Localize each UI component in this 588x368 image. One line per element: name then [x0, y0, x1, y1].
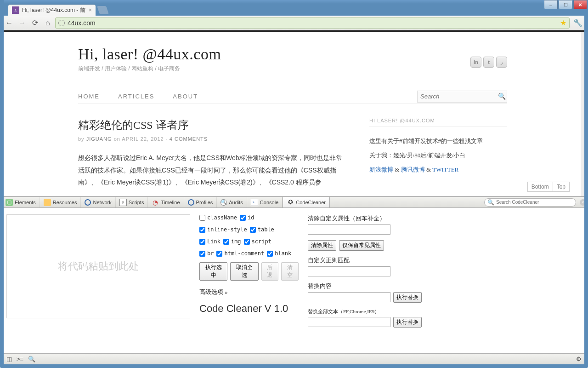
scroll-top-button[interactable]: Top [553, 182, 570, 192]
tab-elements[interactable]: ▢Elements [2, 197, 40, 207]
window-close-button[interactable] [573, 0, 587, 9]
scroll-up-arrow[interactable]: ▲ [582, 33, 587, 38]
site-search[interactable]: 🔍 [417, 91, 507, 103]
article-meta: by JIGUANG on APRIL 22, 2012 · 4 COMMENT… [78, 136, 346, 142]
article-author[interactable]: JIGUANG [86, 136, 112, 142]
check-script[interactable]: script [244, 238, 271, 245]
clear-button[interactable]: 清空 [281, 262, 299, 281]
devtools-statusbar: ◫ >≡ 🔍 ⚙ [4, 353, 584, 364]
sidebar-line2: 关于我：姬光/男/80后/前端开发/小白 [369, 148, 507, 162]
elements-icon: ▢ [6, 199, 13, 206]
profiles-icon [188, 199, 194, 206]
sidebar-links: 新浪微博 & 腾讯微博 & TWITTER [369, 162, 507, 177]
tab-title: Hi, laser! @44ux.com - 前 [22, 6, 85, 14]
browser-toolbar: ← → ⟳ ⌂ 44ux.com ★ 🔧 [0, 16, 588, 30]
nav-articles[interactable]: ARTICLES [118, 93, 154, 100]
devtools-toolbar: ▢Elements Resources Network jsScripts ◔T… [0, 197, 588, 208]
tab-network[interactable]: Network [81, 197, 115, 207]
link-twitter[interactable]: TWITTER [432, 166, 458, 173]
twitter-icon[interactable]: t [483, 57, 494, 68]
code-paste-area[interactable]: 将代码粘贴到此处 [6, 214, 190, 318]
custom-regex-input[interactable] [308, 266, 390, 276]
link-weibo[interactable]: 新浪微博 [369, 166, 393, 173]
search-icon: 🔍 [487, 199, 494, 206]
tab-scripts[interactable]: jsScripts [116, 197, 148, 207]
check-classname[interactable]: className [199, 214, 237, 221]
tab-close-icon[interactable]: × [89, 7, 92, 13]
console-toggle-icon[interactable]: >≡ [17, 356, 23, 362]
address-bar[interactable]: 44ux.com ★ [55, 17, 570, 29]
scroll-bottom-button[interactable]: Bottom [527, 182, 553, 192]
check-html-comment[interactable]: html-comment [216, 250, 264, 257]
codecleaner-icon: ✪ [287, 199, 294, 206]
tab-audits[interactable]: 🔍Audits [217, 197, 247, 207]
scripts-icon: js [119, 199, 127, 206]
wrench-menu-button[interactable]: 🔧 [571, 18, 584, 27]
search-input[interactable] [420, 93, 498, 100]
tab-codecleaner[interactable]: ✪CodeCleaner [283, 197, 330, 207]
site-title[interactable]: Hi, laser! @44ux.com [78, 46, 507, 63]
check-link[interactable]: Link [199, 238, 220, 245]
label-clear-custom-attr: 清除自定义属性（回车补全） [308, 214, 432, 223]
reload-button[interactable]: ⟳ [29, 17, 40, 29]
globe-icon [58, 20, 65, 26]
timeline-icon: ◔ [152, 199, 159, 206]
search-icon[interactable]: 🔍 [498, 92, 506, 100]
article-date: APRIL 22, 2012 [122, 136, 164, 142]
exec-replace-button-1[interactable]: 执行替换 [393, 292, 422, 303]
settings-gear-icon[interactable]: ⚙ [576, 356, 582, 362]
home-button[interactable]: ⌂ [42, 17, 53, 29]
linkedin-icon[interactable]: in [470, 57, 481, 68]
scrollbar-thumb[interactable] [581, 39, 588, 126]
audits-icon: 🔍 [220, 199, 227, 206]
forward-button[interactable]: → [17, 17, 28, 29]
back-button[interactable]: 后退 [261, 262, 279, 281]
url-text: 44ux.com [68, 19, 557, 27]
check-table[interactable]: table [250, 226, 274, 233]
clear-custom-attr-input[interactable] [308, 224, 390, 235]
label-replace-content: 替换内容 [308, 282, 432, 290]
replace-all-input[interactable] [308, 317, 390, 327]
article-title[interactable]: 精彩绝伦的CSS 译者序 [78, 118, 346, 132]
back-button[interactable]: ← [4, 17, 15, 29]
exec-replace-button-2[interactable]: 执行替换 [393, 317, 422, 328]
devtools-close-button[interactable]: × [580, 199, 586, 206]
check-inline-style[interactable]: inline-style [199, 226, 247, 233]
nav-home[interactable]: HOME [78, 93, 100, 100]
label-custom-regex: 自定义正则匹配 [308, 256, 432, 264]
dock-icon[interactable]: ◫ [6, 356, 12, 362]
new-tab-button[interactable] [97, 6, 109, 14]
tab-console[interactable]: >_Console [247, 197, 283, 207]
article-comments-link[interactable]: 4 COMMENTS [170, 136, 208, 142]
bookmark-star-icon[interactable]: ★ [560, 18, 566, 27]
replace-content-input[interactable] [308, 292, 390, 302]
tab-profiles[interactable]: Profiles [184, 197, 217, 207]
page-viewport: ▲ ▼ Hi, laser! @44ux.com 前端开发 / 用户体验 / 网… [0, 32, 588, 196]
devtools-panel: ▢Elements Resources Network jsScripts ◔T… [0, 196, 588, 361]
deselect-all-button[interactable]: 取消全选 [230, 262, 258, 281]
rss-icon[interactable]: ◞ [496, 57, 507, 68]
check-img[interactable]: img [223, 238, 241, 245]
console-icon: >_ [251, 199, 258, 206]
link-tencent[interactable]: 腾讯微博 [401, 166, 425, 173]
scroll-down-arrow[interactable]: ▼ [582, 190, 587, 196]
nav-about[interactable]: ABOUT [173, 93, 198, 100]
window-minimize-button[interactable] [544, 0, 558, 9]
window-maximize-button[interactable] [559, 0, 572, 9]
window-titlebar [0, 0, 588, 4]
browser-tab[interactable]: L Hi, laser! @44ux.com - 前 × [8, 5, 96, 16]
check-blank[interactable]: blank [267, 250, 291, 257]
advanced-options-link[interactable]: 高级选项 » [199, 288, 299, 296]
exec-selected-button[interactable]: 执行选中 [199, 262, 227, 281]
sidebar-heading: HI,LASER! @44UX.COM [369, 118, 507, 126]
clear-attr-button[interactable]: 清除属性 [308, 240, 336, 251]
search-toggle-icon[interactable]: 🔍 [28, 356, 35, 362]
devtools-search[interactable]: 🔍 [484, 198, 576, 207]
keep-common-button[interactable]: 仅保留常见属性 [339, 240, 384, 251]
check-id[interactable]: id [240, 214, 254, 221]
tab-resources[interactable]: Resources [40, 197, 81, 207]
devtools-search-input[interactable] [496, 200, 573, 205]
tab-timeline[interactable]: ◔Timeline [148, 197, 184, 207]
tab-strip: L Hi, laser! @44ux.com - 前 × [0, 4, 588, 16]
check-br[interactable]: br [199, 250, 214, 257]
